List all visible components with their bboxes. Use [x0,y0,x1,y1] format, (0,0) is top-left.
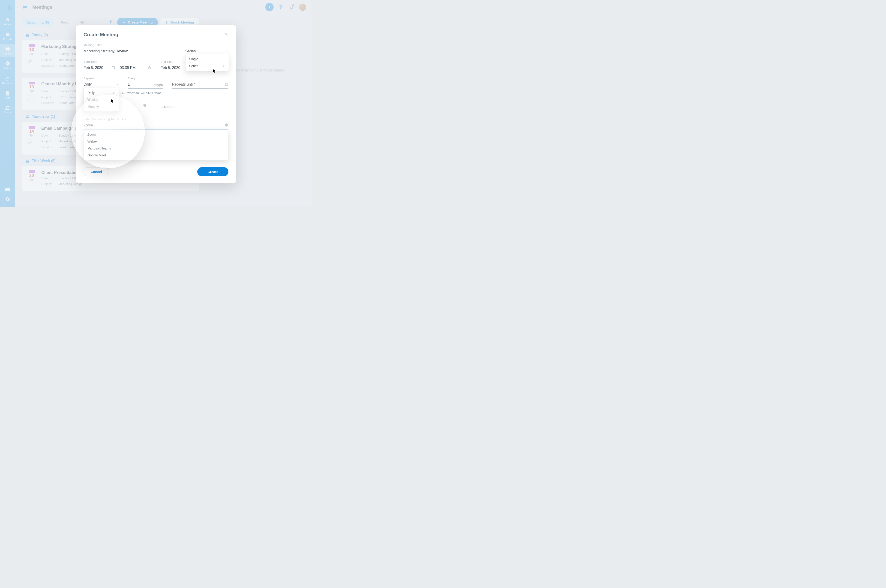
svg-point-24 [225,123,228,126]
dropdown-option-webex[interactable]: Webex [84,138,228,145]
calendar-icon [225,82,228,87]
check-icon: ✓ [222,64,225,68]
field-label: Meeting Title* [84,44,176,47]
video-tool-input[interactable] [84,122,228,129]
check-icon: ✓ [113,91,115,94]
close-icon [224,32,228,36]
every-suffix: day(s) [154,83,163,87]
dropdown-option-daily[interactable]: Daily ✓ [84,89,119,96]
repeats-until-input[interactable] [172,81,228,88]
repeats-dropdown: Daily ✓ Weekly Monthly [84,88,119,112]
calendar-icon [111,66,115,70]
field-label: Start Time [84,60,152,63]
field-label: Repeats [84,76,119,80]
chevron-down-icon [149,104,152,106]
start-date-input[interactable] [84,64,115,72]
location-input[interactable] [161,104,228,111]
info-icon [143,104,147,107]
chevron-down-icon [226,50,228,54]
dropdown-option-gmeet[interactable]: Google Meet [84,152,228,159]
dropdown-option-single[interactable]: Single [186,56,229,63]
cancel-button[interactable]: Cancel [84,167,109,176]
recurrence-hint: rting 7/6/2020 until 31/12/2020 [120,92,161,95]
field-label: Every [128,76,163,80]
clock-icon [148,66,152,70]
chevron-down-icon [116,83,119,87]
close-button[interactable] [224,32,228,38]
dropdown-option-monthly[interactable]: Monthly [84,103,119,110]
info-icon [225,123,228,128]
create-meeting-modal: Create Meeting Meeting Title* Single [76,26,236,183]
create-button[interactable]: Create [197,167,228,176]
svg-rect-19 [112,66,115,69]
meeting-title-input[interactable] [84,48,176,56]
dropdown-option-series[interactable]: Series ✓ [186,63,229,69]
dropdown-option-weekly[interactable]: Weekly [84,96,119,103]
start-time-input[interactable] [120,64,152,72]
svg-rect-22 [225,83,228,86]
dropdown-option-teams[interactable]: Microsoft Teams [84,145,228,152]
field-label: Video Conferencing Tool or Link [84,117,228,121]
video-tool-dropdown: Zoom Webex Microsoft Teams Google Meet [84,129,228,160]
modal-title: Create Meeting [84,32,119,38]
occurrence-dropdown: Single Series ✓ [185,54,229,71]
svg-point-23 [143,104,146,106]
dropdown-option-zoom[interactable]: Zoom [84,131,228,138]
